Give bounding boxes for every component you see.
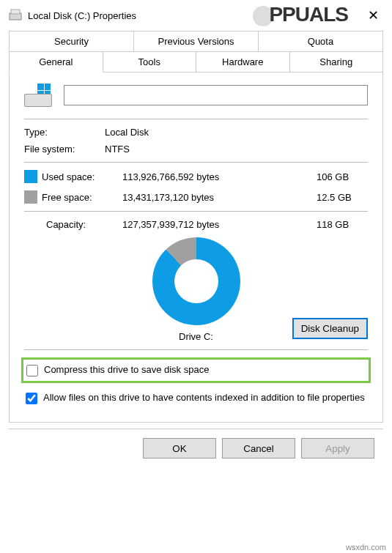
general-panel: Type: Local Disk File system: NTFS Used …: [9, 72, 383, 423]
capacity-bytes: 127,357,939,712 bytes: [122, 219, 309, 230]
compress-option-highlight: Compress this drive to save disk space: [21, 357, 371, 383]
filesystem-label: File system:: [24, 144, 105, 155]
used-space-hr: 106 GB: [309, 171, 368, 182]
disk-cleanup-button[interactable]: Disk Cleanup: [292, 318, 368, 339]
svg-rect-1: [11, 10, 20, 14]
used-space-bytes: 113,926,766,592 bytes: [122, 171, 309, 182]
type-label: Type:: [24, 127, 105, 138]
separator: [24, 349, 368, 350]
titlebar: Local Disk (C:) Properties ✕: [0, 0, 392, 31]
tab-general[interactable]: General: [9, 51, 103, 73]
tab-previous-versions[interactable]: Previous Versions: [134, 31, 259, 52]
tab-sharing[interactable]: Sharing: [290, 51, 384, 73]
index-checkbox[interactable]: [26, 393, 37, 404]
drive-icon: [9, 8, 22, 23]
free-space-bytes: 13,431,173,120 bytes: [122, 192, 309, 203]
tabs-container: Security Previous Versions Quota General…: [0, 31, 392, 72]
free-space-label: Free space:: [42, 192, 122, 203]
compress-label[interactable]: Compress this drive to save disk space: [44, 364, 209, 375]
disk-large-icon: [24, 83, 52, 107]
ok-button[interactable]: OK: [143, 438, 216, 459]
separator: [24, 162, 368, 163]
tab-security[interactable]: Security: [9, 31, 134, 52]
used-swatch-icon: [24, 170, 37, 183]
filesystem-value: NTFS: [105, 144, 368, 155]
compress-checkbox[interactable]: [26, 365, 38, 376]
tab-quota[interactable]: Quota: [259, 31, 383, 52]
separator: [24, 119, 368, 119]
index-label[interactable]: Allow files on this drive to have conten…: [43, 392, 365, 403]
watermark-url: wsxdn.com: [346, 543, 386, 552]
tab-hardware[interactable]: Hardware: [196, 51, 290, 73]
used-space-label: Used space:: [42, 171, 122, 182]
cancel-button[interactable]: Cancel: [222, 438, 295, 459]
separator: [24, 211, 368, 212]
window-title: Local Disk (C:) Properties: [28, 10, 358, 21]
apply-button: Apply: [301, 438, 374, 459]
usage-donut-chart: [152, 237, 240, 325]
volume-name-input[interactable]: [64, 85, 368, 105]
free-space-hr: 12.5 GB: [309, 192, 368, 203]
capacity-label: Capacity:: [24, 219, 122, 230]
capacity-hr: 118 GB: [309, 219, 368, 230]
drive-letter-label: Drive C:: [179, 331, 213, 342]
type-value: Local Disk: [105, 127, 368, 138]
close-button[interactable]: ✕: [363, 6, 383, 25]
free-swatch-icon: [24, 190, 37, 204]
tab-tools[interactable]: Tools: [103, 51, 197, 73]
dialog-button-bar: OK Cancel Apply: [9, 428, 383, 467]
